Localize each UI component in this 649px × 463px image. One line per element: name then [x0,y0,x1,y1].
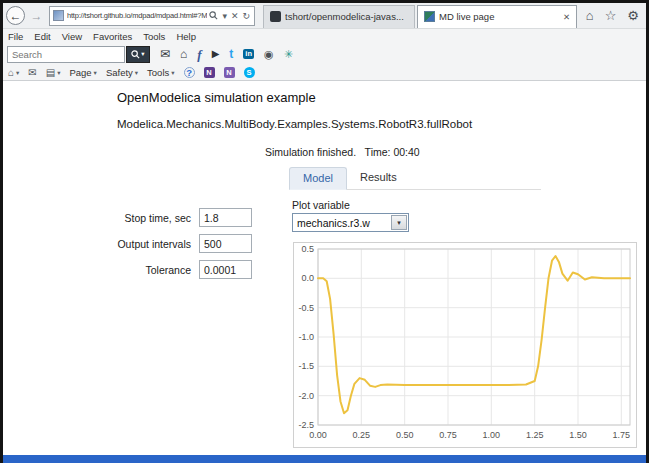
favorites-star-icon[interactable]: ☆ [605,9,617,22]
search-input[interactable] [7,46,125,63]
menu-edit[interactable]: Edit [34,31,50,42]
linkedin-icon[interactable]: in [243,49,254,60]
search-icon[interactable] [207,11,220,20]
home-menu-button[interactable]: ⌂ ▾ [8,67,19,78]
svg-text:0.0: 0.0 [301,273,314,283]
svg-text:-1.5: -1.5 [298,361,314,371]
url-text[interactable]: http://tshort.github.io/mdpad/mdpad.html… [67,11,207,20]
svg-text:1.00: 1.00 [483,430,501,440]
svg-text:-2.0: -2.0 [298,391,314,401]
tolerance-input[interactable] [199,260,252,279]
menu-favorites[interactable]: Favorites [93,31,132,42]
tools-menu-button[interactable]: Tools ▾ [147,67,174,78]
facebook-icon[interactable]: f [197,48,201,61]
home-icon: ⌂ [8,67,14,78]
magnifier-icon [131,50,140,59]
onenote-icon[interactable]: N [204,67,215,78]
mail-icon: ✉ [28,67,36,78]
search-go-button[interactable]: ▾ [126,46,150,63]
home-icon[interactable]: ⌂ [586,9,594,22]
browser-tabs: tshort/openmodelica-javas... MD live pag… [263,4,579,28]
browser-window: ← → http://tshort.github.io/mdpad/mdpad.… [3,3,646,455]
forward-button[interactable]: → [27,6,46,25]
forward-icon: → [31,9,43,23]
tab-results[interactable]: Results [347,167,410,190]
safety-menu-label: Safety [106,67,133,78]
svg-text:1.25: 1.25 [526,430,544,440]
navigation-bar: ← → http://tshort.github.io/mdpad/mdpad.… [3,3,646,29]
form-row-tolerance: Tolerance [97,260,252,279]
chevron-down-icon: ▾ [16,69,19,77]
chevron-down-icon: ▾ [135,69,138,77]
stop-time-input[interactable] [199,208,252,227]
command-bar: ⌂ ▾ ✉ ▤ ▾ Page ▾ Safety ▾ Tools ▾ ? [3,65,646,81]
reddit-icon[interactable]: ◉ [264,49,274,60]
back-icon: ← [10,9,22,23]
svg-text:0.75: 0.75 [439,430,457,440]
links-toolbar: ✉ ⌂ f ▶ t in ◉ ✳ [160,48,293,61]
output-intervals-label: Output intervals [97,238,191,250]
window-frame: ← → http://tshort.github.io/mdpad/mdpad.… [0,0,649,463]
onenote-send-icon[interactable]: N [224,67,235,78]
svg-text:-0.5: -0.5 [298,303,314,313]
chevron-down-icon: ▾ [57,69,60,77]
browser-actions: ⌂ ☆ ⚙ [586,9,642,22]
plot-variable-label: Plot variable [292,199,350,211]
tab-model[interactable]: Model [289,167,347,190]
settings-gear-icon[interactable]: ⚙ [627,9,639,22]
tab-close-icon[interactable]: ✕ [563,12,570,22]
simulation-form: Stop time, sec Output intervals Toleranc… [97,208,252,286]
taskbar[interactable] [3,455,646,463]
select-dropdown-icon: ▾ [391,215,407,230]
svg-text:1.50: 1.50 [569,430,587,440]
menu-view[interactable]: View [62,31,82,42]
form-row-stop-time: Stop time, sec [97,208,252,227]
search-toolbar: ▾ ✉ ⌂ f ▶ t in ◉ ✳ [3,43,646,65]
page-title: OpenModelica simulation example [117,90,316,105]
menu-file[interactable]: File [8,31,23,42]
youtube-icon[interactable]: ▶ [212,49,220,59]
page-menu-button[interactable]: Page ▾ [69,67,96,78]
simulation-status: Simulation finished. Time: 00:40 [265,146,420,158]
stop-icon[interactable]: ✕ [229,11,241,21]
chart-container: 0.50.0-0.5-1.0-1.5-2.0-2.50.000.250.500.… [293,242,637,448]
page-content: OpenModelica simulation example Modelica… [3,81,646,455]
svg-text:0.00: 0.00 [309,430,327,440]
github-favicon [270,11,281,22]
mail-icon[interactable]: ✉ [160,48,170,60]
read-mail-button[interactable]: ✉ [28,67,36,78]
page-menu-label: Page [69,67,91,78]
svg-text:0.50: 0.50 [396,430,414,440]
menu-tools[interactable]: Tools [143,31,165,42]
browser-tab-label: MD live page [439,11,558,22]
back-button[interactable]: ← [6,6,25,25]
share-icon[interactable]: ✳ [284,49,293,60]
print-menu-button[interactable]: ▤ ▾ [46,67,61,78]
chevron-down-icon: ▾ [171,69,174,77]
help-button[interactable]: ? [184,67,195,78]
svg-text:1.75: 1.75 [613,430,631,440]
plot-variable-value: mechanics.r3.w [293,217,391,229]
plot-variable-select[interactable]: mechanics.r3.w ▾ [292,213,409,232]
tools-menu-label: Tools [147,67,169,78]
safety-menu-button[interactable]: Safety ▾ [106,67,138,78]
twitter-icon[interactable]: t [229,48,233,60]
home-link-icon[interactable]: ⌂ [180,48,187,60]
form-row-output-intervals: Output intervals [97,234,252,253]
search-dropdown-icon: ▾ [141,50,144,58]
menu-help[interactable]: Help [176,31,196,42]
stop-time-label: Stop time, sec [97,212,191,224]
refresh-icon[interactable]: ↻ [240,11,252,21]
result-tabs: Model Results [289,167,541,190]
output-intervals-input[interactable] [199,234,252,253]
address-bar[interactable]: http://tshort.github.io/mdpad/mdpad.html… [49,6,255,26]
browser-tab-label: tshort/openmodelica-javas... [285,11,408,22]
mdpad-favicon [424,11,435,22]
svg-text:-1.0: -1.0 [298,332,314,342]
browser-tab-github[interactable]: tshort/openmodelica-javas... [263,5,415,28]
tolerance-label: Tolerance [97,264,191,276]
browser-tab-md-live-page[interactable]: MD live page ✕ [417,5,577,28]
autocomplete-dropdown-icon[interactable]: ▾ [220,11,229,21]
page-favicon [53,10,64,21]
skype-icon[interactable]: S [244,67,255,78]
